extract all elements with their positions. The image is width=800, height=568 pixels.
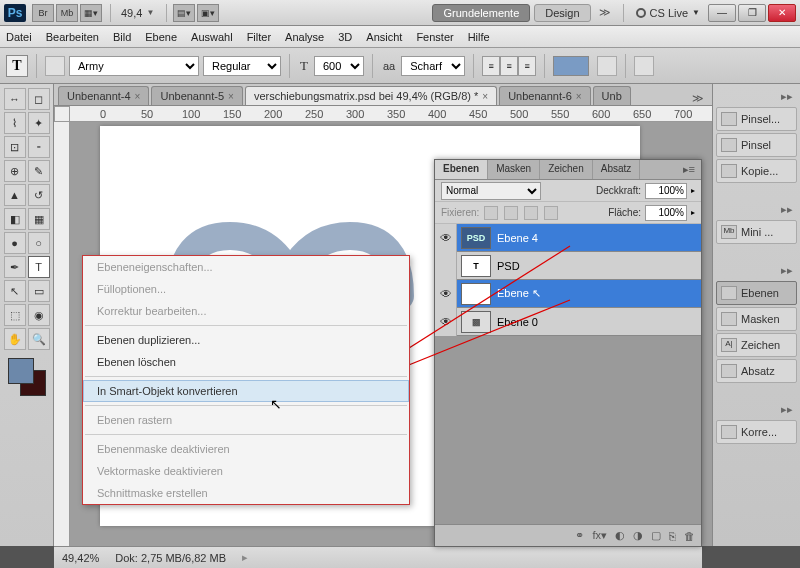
panel-tab-ebenen[interactable]: Ebenen	[435, 160, 488, 179]
warp-text-icon[interactable]	[597, 56, 617, 76]
lasso-tool[interactable]: ⌇	[4, 112, 26, 134]
type-tool[interactable]: T	[28, 256, 50, 278]
zoom-tool[interactable]: 🔍	[28, 328, 50, 350]
arrange-icon[interactable]: ▤▾	[173, 4, 195, 22]
menu-analyse[interactable]: Analyse	[285, 31, 324, 43]
color-swatches[interactable]	[8, 358, 46, 396]
dodge-tool[interactable]: ○	[28, 232, 50, 254]
lock-pixels-icon[interactable]	[504, 206, 518, 220]
layer-visibility-icon[interactable]	[435, 252, 457, 280]
heal-tool[interactable]: ⊕	[4, 160, 26, 182]
3d-tool[interactable]: ⬚	[4, 304, 26, 326]
menu-ebene[interactable]: Ebene	[145, 31, 177, 43]
new-layer-icon[interactable]: ⎘	[669, 530, 676, 542]
minimize-button[interactable]: —	[708, 4, 736, 22]
layer-mask-icon[interactable]: ◐	[615, 529, 625, 542]
context-menu-item[interactable]: Ebenen löschen	[83, 351, 409, 373]
lock-transparency-icon[interactable]	[484, 206, 498, 220]
layer-thumbnail[interactable]	[461, 283, 491, 305]
align-left-button[interactable]: ≡	[482, 56, 500, 76]
lock-all-icon[interactable]	[544, 206, 558, 220]
dock-absatz[interactable]: Absatz	[716, 359, 797, 383]
doc-tab-active[interactable]: verschiebungsmatrix.psd bei 49,4% (RGB/8…	[245, 86, 497, 105]
layer-name[interactable]: PSD	[495, 260, 701, 272]
font-family-select[interactable]: Army	[69, 56, 199, 76]
font-size-select[interactable]: 600 Pt	[314, 56, 364, 76]
blend-mode-select[interactable]: Normal	[441, 182, 541, 200]
fill-slider-icon[interactable]: ▸	[691, 208, 695, 217]
antialias-select[interactable]: Scharf	[401, 56, 465, 76]
menu-3d[interactable]: 3D	[338, 31, 352, 43]
lock-position-icon[interactable]	[524, 206, 538, 220]
gradient-tool[interactable]: ▦	[28, 208, 50, 230]
opacity-slider-icon[interactable]: ▸	[691, 186, 695, 195]
ruler-horizontal[interactable]: 0501001502002503003504004505005506006507…	[70, 106, 712, 122]
wand-tool[interactable]: ✦	[28, 112, 50, 134]
status-zoom[interactable]: 49,42%	[62, 552, 99, 564]
expand-dock-icon[interactable]: ▸▸	[716, 201, 797, 218]
layer-visibility-icon[interactable]: 👁	[435, 224, 457, 252]
minibridge-icon[interactable]: Mb	[56, 4, 78, 22]
character-panel-icon[interactable]	[634, 56, 654, 76]
screen-mode-icon[interactable]: ▣▾	[197, 4, 219, 22]
delete-layer-icon[interactable]: 🗑	[684, 530, 695, 542]
3d-camera-tool[interactable]: ◉	[28, 304, 50, 326]
view-extras-icon[interactable]: ▦▾	[80, 4, 102, 22]
align-center-button[interactable]: ≡	[500, 56, 518, 76]
marquee-tool[interactable]: ◻	[28, 88, 50, 110]
blur-tool[interactable]: ●	[4, 232, 26, 254]
panel-tab-masken[interactable]: Masken	[488, 160, 540, 179]
fill-input[interactable]	[645, 205, 687, 221]
dock-ebenen[interactable]: Ebenen	[716, 281, 797, 305]
status-doc-size[interactable]: Dok: 2,75 MB/6,82 MB	[115, 552, 226, 564]
text-orientation-icon[interactable]	[45, 56, 65, 76]
context-menu-item[interactable]: In Smart-Objekt konvertieren	[83, 380, 409, 402]
menu-ansicht[interactable]: Ansicht	[366, 31, 402, 43]
dock-pinsel-preset[interactable]: Pinsel...	[716, 107, 797, 131]
stamp-tool[interactable]: ▲	[4, 184, 26, 206]
current-tool-icon[interactable]: T	[6, 55, 28, 77]
menu-fenster[interactable]: Fenster	[416, 31, 453, 43]
doc-tab[interactable]: Unbenannt-4×	[58, 86, 149, 105]
layer-thumbnail[interactable]: PSD	[461, 227, 491, 249]
doc-tab[interactable]: Unbenannt-6×	[499, 86, 590, 105]
layer-visibility-icon[interactable]: 👁	[435, 308, 457, 336]
layer-group-icon[interactable]: ▢	[651, 529, 661, 542]
layer-visibility-icon[interactable]: 👁	[435, 280, 457, 308]
close-icon[interactable]: ×	[228, 91, 234, 102]
shape-tool[interactable]: ▭	[28, 280, 50, 302]
menu-bild[interactable]: Bild	[113, 31, 131, 43]
zoom-level[interactable]: 49,4	[121, 7, 142, 19]
pen-tool[interactable]: ✒	[4, 256, 26, 278]
menu-bearbeiten[interactable]: Bearbeiten	[46, 31, 99, 43]
doc-tab[interactable]: Unb	[593, 86, 631, 105]
layer-row[interactable]: TPSD	[435, 252, 701, 280]
dock-minibridge[interactable]: MbMini ...	[716, 220, 797, 244]
font-style-select[interactable]: Regular	[203, 56, 281, 76]
close-button[interactable]: ✕	[768, 4, 796, 22]
layer-thumbnail[interactable]: ▩	[461, 311, 491, 333]
layer-name[interactable]: Ebene ↖	[495, 287, 701, 300]
layer-name[interactable]: Ebene 0	[495, 316, 701, 328]
tabs-scroll-icon[interactable]: ≫	[688, 92, 708, 105]
bridge-icon[interactable]: Br	[32, 4, 54, 22]
brush-tool[interactable]: ✎	[28, 160, 50, 182]
layer-thumbnail[interactable]: T	[461, 255, 491, 277]
cslive-button[interactable]: CS Live▼	[636, 7, 700, 19]
context-menu-item[interactable]: Ebenen duplizieren...	[83, 329, 409, 351]
layer-row[interactable]: 👁▩Ebene 0	[435, 308, 701, 336]
workspace-grundelemente[interactable]: Grundelemente	[432, 4, 530, 22]
link-layers-icon[interactable]: ⚭	[575, 529, 584, 542]
panel-tab-absatz[interactable]: Absatz	[593, 160, 641, 179]
move-tool[interactable]: ↔	[4, 88, 26, 110]
fg-color[interactable]	[8, 358, 34, 384]
zoom-dropdown-icon[interactable]: ▼	[146, 8, 154, 17]
layer-row[interactable]: 👁Ebene ↖	[435, 280, 701, 308]
workspace-more-icon[interactable]: ≫	[599, 6, 611, 19]
layer-fx-icon[interactable]: fx▾	[592, 529, 607, 542]
panel-menu-icon[interactable]: ▸≡	[677, 160, 701, 179]
menu-hilfe[interactable]: Hilfe	[468, 31, 490, 43]
doc-tab[interactable]: Unbenannt-5×	[151, 86, 242, 105]
ruler-vertical[interactable]	[54, 122, 70, 546]
expand-dock-icon[interactable]: ▸▸	[716, 88, 797, 105]
